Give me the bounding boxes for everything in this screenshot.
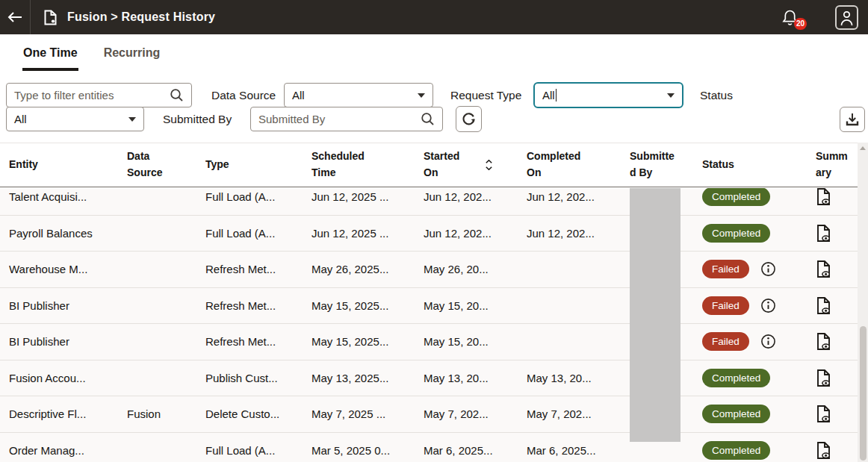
data-source-dropdown[interactable]: All: [284, 83, 433, 107]
cell-started-on: May 26, 20...: [424, 263, 527, 275]
search-icon: [170, 88, 184, 102]
submitted-by-label: Submitted By: [163, 113, 232, 126]
vertical-scrollbar[interactable]: [858, 143, 868, 462]
cell-summary: [816, 296, 849, 315]
user-avatar-button[interactable]: [835, 5, 858, 30]
view-summary-icon[interactable]: [816, 441, 831, 460]
back-button[interactable]: [0, 0, 30, 34]
page-title: Fusion > Request History: [67, 10, 215, 24]
table-row[interactable]: BI Publisher Refresh Met... May 15, 2025…: [0, 324, 858, 360]
cell-status: Completed: [702, 188, 816, 206]
info-icon[interactable]: [760, 298, 776, 313]
status-badge: Completed: [702, 441, 770, 460]
submitted-by-input[interactable]: Submitted By: [250, 107, 443, 131]
table-row[interactable]: Descriptive Fl... Fusion Delete Custo...…: [0, 396, 858, 433]
status-value: All: [14, 113, 128, 125]
view-summary-icon[interactable]: [816, 296, 831, 315]
cell-entity: BI Publisher: [9, 335, 127, 348]
cell-type: Publish Cust...: [205, 372, 311, 384]
cell-type: Refresh Met...: [205, 263, 311, 275]
status-badge: Completed: [702, 224, 770, 243]
cell-type: Full Load (A...: [205, 444, 311, 457]
topbar-divider: [30, 0, 31, 34]
refresh-icon: [461, 111, 477, 127]
column-header-type[interactable]: Type: [205, 157, 311, 173]
info-icon[interactable]: [760, 261, 776, 277]
cell-entity: Descriptive Fl...: [9, 408, 127, 420]
scrollbar-up-arrow[interactable]: [860, 146, 866, 150]
cell-type: Refresh Met...: [205, 335, 311, 348]
table-row[interactable]: Talent Acquisi... Full Load (A... Jun 12…: [0, 188, 858, 216]
table-header-row: Entity Data Source Type Scheduled Time S…: [0, 143, 858, 187]
status-badge: Completed: [702, 405, 770, 423]
column-header-entity[interactable]: Entity: [9, 157, 127, 173]
cell-entity: Order Manag...: [9, 444, 127, 457]
cell-entity: Fusion Accou...: [9, 372, 127, 384]
cell-type: Full Load (A...: [205, 227, 311, 240]
tab-bar: One Time Recurring: [0, 34, 161, 71]
cell-started-on: May 15, 20...: [424, 299, 527, 312]
column-header-started-on[interactable]: Started On: [424, 149, 527, 181]
view-summary-icon[interactable]: [816, 188, 831, 206]
table-row[interactable]: Warehouse M... Refresh Met... May 26, 20…: [0, 252, 858, 288]
tab-one-time[interactable]: One Time: [22, 46, 78, 60]
column-header-summary[interactable]: Summary: [816, 149, 849, 181]
table-row[interactable]: Payroll Balances Full Load (A... Jun 12,…: [0, 216, 858, 252]
cell-summary: [816, 224, 849, 243]
view-summary-icon[interactable]: [816, 224, 831, 243]
download-button[interactable]: [840, 107, 865, 132]
cell-type: Delete Custo...: [205, 408, 311, 420]
cell-summary: [816, 441, 849, 460]
cell-started-on: Mar 6, 2025...: [424, 444, 527, 457]
scrollbar-thumb[interactable]: [860, 326, 867, 461]
cell-started-on: Jun 12, 202...: [424, 190, 527, 203]
view-summary-icon[interactable]: [816, 405, 831, 423]
status-dropdown[interactable]: All: [6, 107, 144, 131]
top-bar: Fusion > Request History 20: [0, 0, 868, 34]
tab-recurring[interactable]: Recurring: [103, 46, 161, 60]
column-header-scheduled-time[interactable]: Scheduled Time: [311, 149, 424, 181]
table-row[interactable]: Fusion Accou... Publish Cust... May 13, …: [0, 360, 858, 397]
cell-entity: Warehouse M...: [9, 263, 127, 275]
column-header-completed-on[interactable]: Completed On: [527, 149, 630, 181]
status-badge: Completed: [702, 188, 770, 206]
view-summary-icon[interactable]: [816, 369, 831, 387]
cell-summary: [816, 260, 849, 278]
status-badge: Failed: [702, 332, 749, 351]
info-icon[interactable]: [760, 334, 776, 349]
text-cursor: [556, 89, 557, 102]
column-header-submitted-by[interactable]: Submitted By: [630, 149, 702, 181]
refresh-button[interactable]: [456, 106, 482, 132]
page-document-icon: [43, 10, 58, 25]
cell-started-on: May 13, 20...: [424, 372, 527, 384]
view-summary-icon[interactable]: [816, 260, 831, 278]
column-header-status[interactable]: Status: [702, 157, 816, 173]
cell-started-on: May 15, 20...: [424, 335, 527, 348]
cell-completed-on: Mar 6, 2025...: [527, 444, 630, 457]
table-body: Talent Acquisi... Full Load (A... Jun 12…: [0, 188, 858, 462]
view-summary-icon[interactable]: [816, 332, 831, 351]
table-row[interactable]: BI Publisher Refresh Met... May 15, 2025…: [0, 288, 858, 325]
column-header-data-source[interactable]: Data Source: [127, 149, 205, 181]
data-source-label: Data Source: [211, 89, 276, 102]
cell-entity: Talent Acquisi...: [9, 190, 127, 203]
cell-scheduled-time: May 13, 2025...: [311, 372, 424, 384]
request-type-dropdown[interactable]: All: [533, 82, 683, 108]
cell-summary: [816, 332, 849, 351]
chevron-down-icon: [418, 93, 425, 98]
cell-summary: [816, 188, 849, 206]
cell-started-on: Jun 12, 202...: [424, 227, 527, 240]
cell-scheduled-time: May 26, 2025...: [311, 263, 424, 275]
cell-scheduled-time: Jun 12, 2025 ...: [311, 190, 424, 203]
entity-filter-input[interactable]: Type to filter entities: [6, 83, 192, 107]
cell-completed-on: May 13, 20...: [527, 372, 630, 384]
notifications-button[interactable]: 20: [782, 9, 798, 26]
cell-status: Completed: [702, 369, 816, 387]
cell-scheduled-time: May 7, 2025 ...: [311, 408, 424, 420]
cell-status: Completed: [702, 224, 816, 243]
table-row[interactable]: Order Manag... Full Load (A... Mar 5, 20…: [0, 433, 858, 462]
cell-scheduled-time: May 15, 2025...: [311, 299, 424, 312]
status-badge: Failed: [702, 296, 749, 315]
sort-icon[interactable]: [485, 158, 493, 172]
cell-entity: BI Publisher: [9, 299, 127, 312]
